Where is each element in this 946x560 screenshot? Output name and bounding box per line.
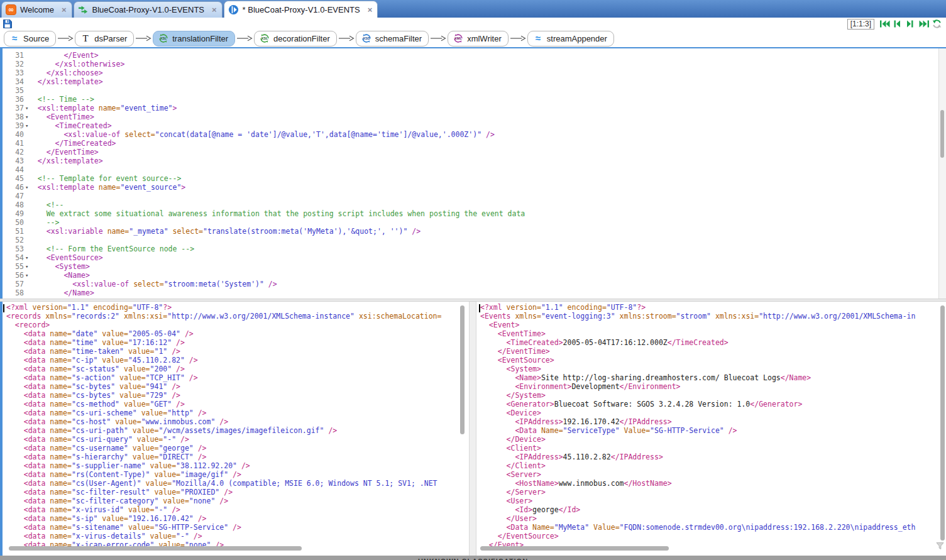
line-number: 42 xyxy=(0,148,24,156)
code-line: <data name="sc-filter-category" value="n… xyxy=(3,497,469,505)
code-line: <Device> xyxy=(476,409,946,417)
code-line: <EventTime> xyxy=(476,329,946,338)
xsl-icon: XSL xyxy=(158,33,168,43)
code-line: <Environment>Development</Environment> xyxy=(476,382,946,391)
tab-3[interactable]: * BlueCoat-Proxy-V1.0-EVENTS× xyxy=(224,1,378,18)
code-line: <data name="x-virus-details" value="-" /… xyxy=(3,532,469,541)
code-line: </Client> xyxy=(476,461,946,470)
code-line: <data name="s-action" value="TCP_HIT" /> xyxy=(3,373,469,382)
code-line: 40 <xsl:value-of select="concat(data[@na… xyxy=(0,130,946,139)
code-line: <HostName>www.inmobus.com</HostName> xyxy=(476,479,946,488)
svg-text:XML: XML xyxy=(454,36,462,40)
line-number: 40 xyxy=(0,130,24,139)
tab-close-icon[interactable]: × xyxy=(62,5,67,14)
code-line: <data name="date" value="2005-05-04" /> xyxy=(3,329,469,338)
code-line: <data name="s-supplier-name" value="38.1… xyxy=(3,461,469,470)
code-line: 35 xyxy=(0,86,946,95)
line-number: 52 xyxy=(0,236,24,244)
line-number: 44 xyxy=(0,165,24,174)
line-number: 36 xyxy=(0,95,24,104)
code-line: </Device> xyxy=(476,435,946,444)
xslt-code-editor[interactable]: 31 </Event>32 </xsl:otherwise>33 </xsl:c… xyxy=(0,47,946,299)
pipeline-link-arrow xyxy=(57,33,74,45)
code-line: <Data Name="MyMeta" Value="FQDN:somenode… xyxy=(476,523,946,532)
code-line: <Generator>Bluecoat Software: SGOS 3.2.4… xyxy=(476,400,946,409)
code-line: <data name="s-hierarchy" value="DIRECT" … xyxy=(3,453,469,461)
svg-text:XSL: XSL xyxy=(160,36,167,40)
code-line: 49 We extract some situational awareness… xyxy=(0,209,946,218)
line-number: 33 xyxy=(0,69,24,77)
pipeline-element-decorationFilter[interactable]: XSLdecorationFilter xyxy=(254,31,337,47)
line-number: 47 xyxy=(0,192,24,200)
code-line: <data name="time" value="17:16:12" /> xyxy=(3,338,469,347)
code-line: <TimeCreated>2005-05-04T17:16:12.000Z</T… xyxy=(476,338,946,347)
line-number: 31 xyxy=(0,51,24,60)
step-forward-button[interactable] xyxy=(905,19,917,29)
pipeline-link-arrow xyxy=(338,33,355,45)
code-line: <Data Name="ServiceType" Value="SG-HTTP-… xyxy=(476,426,946,435)
pipeline-link-arrow xyxy=(510,33,526,45)
code-line: 56▾ <Name> xyxy=(0,271,946,280)
pipeline-element-streamAppender[interactable]: ≈streamAppender xyxy=(527,31,614,47)
pipeline-element-translationFilter[interactable]: XSLtranslationFilter xyxy=(153,31,235,47)
code-line: <User> xyxy=(476,497,946,505)
code-line: 42 </EventTime> xyxy=(0,148,946,156)
line-number: 32 xyxy=(0,60,24,69)
filter-icon[interactable] xyxy=(936,542,944,552)
line-number: 49 xyxy=(0,209,24,218)
step-refresh-button[interactable] xyxy=(932,19,943,29)
line-number: 58 xyxy=(0,288,24,297)
code-line: 43 </xsl:template> xyxy=(0,156,946,165)
step-first-button[interactable] xyxy=(879,19,891,29)
line-number: 43 xyxy=(0,156,24,165)
input-pane-horizontal-scroll-thumb[interactable] xyxy=(9,546,302,551)
input-pane-vertical-scroll-thumb[interactable] xyxy=(460,305,465,434)
stepping-output-pane[interactable]: <?xml version="1.1" encoding="UTF-8"?><E… xyxy=(476,302,946,556)
step-last-button[interactable] xyxy=(918,19,930,29)
xslt-editor-vertical-scroll-track[interactable] xyxy=(938,48,946,299)
code-line: 31 </Event> xyxy=(0,51,946,60)
tab-bar: ∞Welcome×BlueCoat-Proxy-V1.0-EVENTS×* Bl… xyxy=(0,0,946,18)
code-line: <data name="cs-bytes" value="729" /> xyxy=(3,391,469,400)
code-line: 34 </xsl:template> xyxy=(0,77,946,86)
tab-close-icon[interactable]: × xyxy=(368,5,373,14)
pipeline-element-xmlWriter[interactable]: XMLxmlWriter xyxy=(448,31,509,47)
code-line: <Event> xyxy=(476,321,946,329)
pipeline-element-dsParser[interactable]: TdsParser xyxy=(75,31,134,47)
classification-banner: UNKNOWN CLASSIFICATION xyxy=(0,556,946,560)
code-line: 37▾ <xsl:template name="event_time"> xyxy=(0,104,946,113)
pipeline-element-Source[interactable]: ≈Source xyxy=(4,31,56,47)
step-backward-button[interactable] xyxy=(892,19,904,29)
output-pane-vertical-scroll-thumb[interactable] xyxy=(940,305,945,541)
stepping-input-pane[interactable]: <?xml version="1.1" encoding="UTF-8"?><r… xyxy=(0,302,469,556)
pipeline-link-arrow xyxy=(236,33,253,45)
code-line: <data name="sc-bytes" value="941" /> xyxy=(3,382,469,391)
pipeline-element-schemaFilter[interactable]: XSDschemaFilter xyxy=(356,31,429,47)
code-line: <data name="x-virus-id" value="-" /> xyxy=(3,505,469,514)
code-line: 52 xyxy=(0,236,946,244)
code-line: </Server> xyxy=(476,488,946,497)
pipeline-element-label: streamAppender xyxy=(547,34,607,43)
code-line: <data name="time-taken" value="1" /> xyxy=(3,347,469,356)
vertical-splitter[interactable] xyxy=(469,302,476,556)
code-line: </System> xyxy=(476,391,946,400)
xslt-editor-vertical-scroll-thumb[interactable] xyxy=(940,110,944,158)
tab-label: Welcome xyxy=(20,5,54,14)
tab-1[interactable]: ∞Welcome× xyxy=(1,1,72,18)
line-number: 39 xyxy=(0,121,24,130)
save-icon[interactable] xyxy=(3,19,13,29)
tab-label: BlueCoat-Proxy-V1.0-EVENTS xyxy=(92,5,204,14)
code-line: <data name="cs-uri-scheme" value="http" … xyxy=(3,409,469,417)
tab-close-icon[interactable]: × xyxy=(212,5,217,14)
code-line: 33 </xsl:choose> xyxy=(0,69,946,77)
tab-2[interactable]: BlueCoat-Proxy-V1.0-EVENTS× xyxy=(74,1,223,18)
code-line: 50 --> xyxy=(0,218,946,227)
output-pane-horizontal-scroll-thumb[interactable] xyxy=(480,546,669,551)
code-line: 36 <!-- Time --> xyxy=(0,95,946,104)
code-line: </EventSource> xyxy=(476,532,946,541)
svg-text:∞: ∞ xyxy=(8,6,14,14)
code-line: 46▾ <xsl:template name="event_source"> xyxy=(0,183,946,192)
stream-icon: ≈ xyxy=(533,33,543,43)
code-line: <IPAddress>192.16.170.42</IPAddress> xyxy=(476,417,946,426)
code-line: 51 <xsl:variable name="_mymeta" select="… xyxy=(0,227,946,236)
